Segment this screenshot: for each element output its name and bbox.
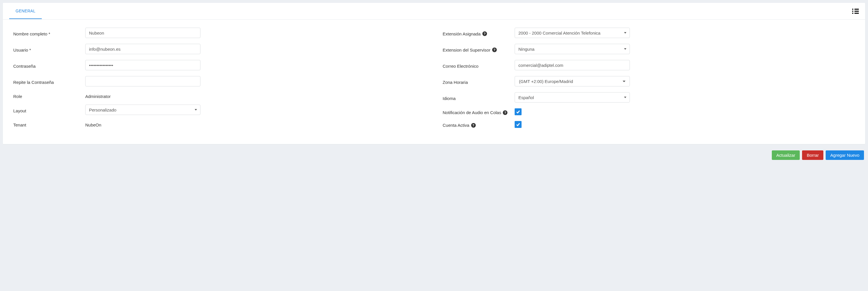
select-layout[interactable]: Personalizado [85,105,200,115]
label-layout: Layout [13,107,85,113]
label-password: Contraseña [13,62,85,68]
select-timezone-value: (GMT +2:00) Europe/Madrid [519,79,573,84]
select-idioma[interactable]: Español [515,92,630,103]
left-column: Nombre completo * Usuario * Contraseña R… [13,28,425,134]
label-email: Correo Electrónico [443,62,515,68]
value-tenant: NubeOn [85,121,425,127]
row-email: Correo Electrónico [443,60,855,70]
help-icon[interactable]: ? [483,31,487,36]
update-button[interactable]: Actualizar [772,150,800,160]
label-nombre: Nombre completo * [13,30,85,36]
row-layout: Layout Personalizado [13,105,425,115]
check-icon [516,110,520,114]
label-idioma: Idioma [443,94,515,101]
row-role: Role Administrator [13,92,425,99]
input-password2[interactable] [85,76,200,86]
label-cuenta-activa-text: Cuenta Activa [443,123,469,128]
list-view-icon[interactable] [852,9,859,14]
tabs: GENERAL [9,3,42,19]
checkbox-cuenta-activa[interactable] [515,121,522,128]
input-usuario[interactable] [85,44,200,54]
row-ext-supervisor: Extension del Supervisor ? Ninguna [443,44,855,54]
add-new-button[interactable]: Agregar Nuevo [826,150,864,160]
label-ext-supervisor-text: Extension del Supervisor [443,48,491,53]
label-audio-notif: Notificación de Audio en Colas ? [443,108,515,115]
check-icon [516,122,520,127]
tab-general[interactable]: GENERAL [9,3,42,19]
tabs-row: GENERAL [3,3,865,20]
row-password2: Repite la Contraseña [13,76,425,86]
row-password: Contraseña [13,60,425,70]
chevron-down-icon [623,81,625,82]
form-area: Nombre completo * Usuario * Contraseña R… [3,20,865,144]
input-password[interactable] [85,60,200,70]
value-role: Administrator [85,92,425,99]
row-nombre: Nombre completo * [13,28,425,38]
label-timezone: Zona Horaria [443,78,515,85]
checkbox-audio-notif[interactable] [515,108,522,115]
label-audio-notif-text: Notificación de Audio en Colas [443,110,501,115]
select-ext-asignada[interactable]: 2000 - 2000 Comercial Atención Telefonic… [515,28,630,38]
delete-button[interactable]: Borrar [802,150,824,160]
form-card: GENERAL Nombre completo * Usuario * [3,3,865,144]
label-role: Role [13,92,85,99]
help-icon[interactable]: ? [492,48,497,52]
row-usuario: Usuario * [13,44,425,54]
help-icon[interactable]: ? [471,123,476,128]
input-nombre[interactable] [85,28,200,38]
row-tenant: Tenant NubeOn [13,121,425,127]
help-icon[interactable]: ? [503,110,507,115]
select-ext-supervisor[interactable]: Ninguna [515,44,630,54]
label-tenant: Tenant [13,121,85,127]
right-column: Extensión Asignada ? 2000 - 2000 Comerci… [443,28,855,134]
row-idioma: Idioma Español [443,92,855,103]
input-email[interactable] [515,60,630,70]
select-timezone[interactable]: (GMT +2:00) Europe/Madrid [515,76,630,86]
action-buttons: Actualizar Borrar Agregar Nuevo [3,150,865,162]
row-timezone: Zona Horaria (GMT +2:00) Europe/Madrid [443,76,855,86]
label-ext-supervisor: Extension del Supervisor ? [443,46,515,53]
label-usuario: Usuario * [13,46,85,53]
row-cuenta-activa: Cuenta Activa ? [443,121,855,128]
label-password2: Repite la Contraseña [13,78,85,85]
row-ext-asignada: Extensión Asignada ? 2000 - 2000 Comerci… [443,28,855,38]
label-cuenta-activa: Cuenta Activa ? [443,121,515,128]
label-ext-asignada: Extensión Asignada ? [443,30,515,36]
row-audio-notif: Notificación de Audio en Colas ? [443,108,855,115]
label-ext-asignada-text: Extensión Asignada [443,31,480,36]
